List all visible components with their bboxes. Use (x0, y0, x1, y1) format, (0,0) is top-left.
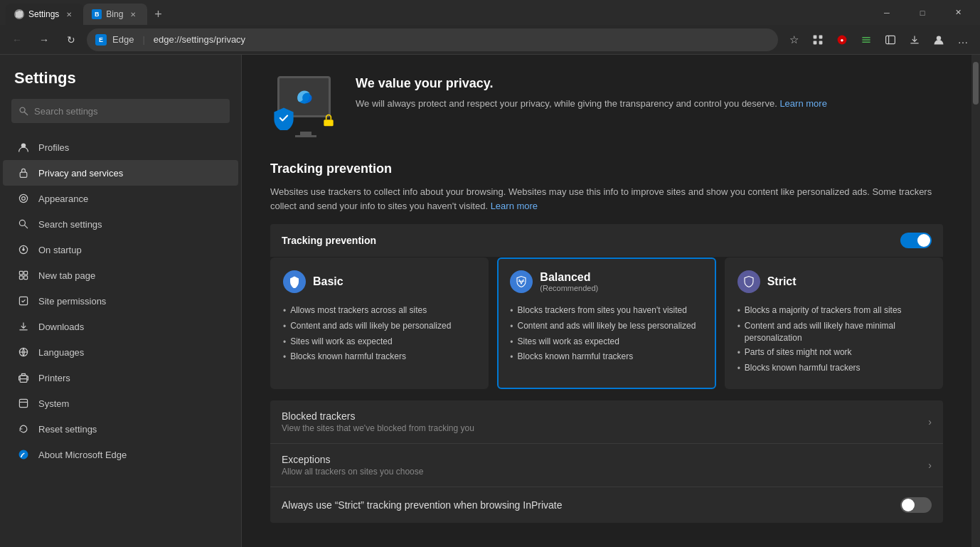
about-icon (17, 448, 30, 461)
inprivate-row[interactable]: Always use “Strict” tracking prevention … (270, 487, 943, 523)
sidebar-item-search[interactable]: Search settings (3, 211, 238, 237)
hero-title: We value your privacy. (356, 76, 827, 91)
sidebar-item-about[interactable]: About Microsoft Edge (3, 442, 238, 467)
svg-rect-1 (819, 35, 823, 38)
basic-card-icon (283, 270, 306, 293)
forward-button[interactable]: → (33, 28, 55, 51)
downloads-icon (17, 320, 30, 333)
sidebar-item-startup[interactable]: On startup (3, 237, 238, 262)
tracking-title: Tracking prevention (270, 161, 943, 176)
address-separator: | (142, 34, 144, 45)
blocked-trackers-row[interactable]: Blocked trackers View the sites that we'… (270, 400, 943, 443)
settings-tab-label: Settings (28, 9, 59, 19)
strict-card-title-group: Strict (767, 275, 797, 288)
strict-feature-4: Blocks known harmful trackers (737, 361, 930, 376)
extensions-button-1[interactable] (806, 28, 829, 51)
appearance-label: Appearance (38, 193, 88, 204)
tracking-toggle[interactable] (900, 233, 932, 248)
cards-container: Basic Allows most trackers across all si… (270, 257, 943, 389)
shield-overlay (272, 106, 296, 130)
svg-point-19 (23, 249, 24, 250)
exceptions-row[interactable]: Exceptions Allow all trackers on sites y… (270, 443, 943, 487)
printers-label: Printers (38, 373, 70, 383)
settings-tab-close[interactable]: ✕ (63, 9, 75, 20)
sidebar-item-appearance[interactable]: Appearance (3, 186, 238, 211)
privacy-hero: We value your privacy. We will always pr… (270, 76, 943, 140)
svg-rect-12 (20, 172, 27, 177)
extensions-button-2[interactable]: ● (831, 28, 853, 51)
exceptions-chevron: › (928, 460, 932, 471)
new-tab-button[interactable]: + (147, 4, 169, 25)
basic-card[interactable]: Basic Allows most trackers across all si… (270, 257, 489, 389)
window-controls: ─ □ ✕ (870, 0, 974, 25)
refresh-button[interactable]: ↻ (60, 28, 82, 51)
tab-bing[interactable]: B Bing ✕ (83, 4, 147, 25)
svg-line-16 (25, 225, 28, 228)
strict-card-header: Strict (737, 270, 930, 293)
site-label: Edge (112, 34, 134, 45)
basic-feature-2: Content and ads will likely be personali… (283, 319, 476, 334)
blocked-trackers-title: Blocked trackers (282, 410, 474, 422)
svg-rect-0 (814, 35, 817, 38)
address-bar[interactable]: E Edge | edge://settings/privacy (87, 28, 778, 51)
svg-rect-21 (24, 271, 28, 275)
about-label: About Microsoft Edge (38, 450, 127, 460)
lock-icon (321, 113, 336, 127)
svg-point-14 (22, 197, 26, 201)
scroll-track[interactable] (971, 55, 980, 547)
sidebar-toggle[interactable] (879, 28, 902, 51)
maximize-button[interactable]: □ (906, 0, 939, 25)
sidebar-item-permissions[interactable]: Site permissions (3, 288, 238, 314)
sidebar-item-profiles[interactable]: Profiles (3, 134, 238, 160)
tab-settings[interactable]: Settings ✕ (6, 4, 83, 25)
sidebar-item-downloads[interactable]: Downloads (3, 314, 238, 339)
newtab-icon (17, 269, 30, 282)
search-box[interactable]: Search settings (11, 99, 230, 123)
inprivate-toggle[interactable] (900, 497, 932, 513)
svg-rect-6 (886, 36, 895, 43)
tracking-header: Tracking prevention (270, 224, 943, 257)
blocked-trackers-chevron: › (928, 416, 932, 427)
content-area: We value your privacy. We will always pr… (242, 55, 971, 547)
sidebar-item-printers[interactable]: Printers (3, 365, 238, 391)
downloads-button[interactable] (903, 28, 926, 51)
privacy-icon (17, 166, 30, 179)
printers-icon (17, 371, 30, 384)
back-button[interactable]: ← (6, 28, 28, 51)
balanced-card[interactable]: Balanced (Recommended) Blocks trackers f… (497, 257, 715, 389)
blocked-trackers-text: Blocked trackers View the sites that we'… (282, 410, 474, 433)
sidebar-item-system[interactable]: System (3, 391, 238, 416)
close-button[interactable]: ✕ (942, 0, 974, 25)
strict-card-icon (737, 270, 760, 293)
strict-feature-3: Parts of sites might not work (737, 345, 930, 361)
balanced-feature-3: Sites will work as expected (510, 334, 703, 350)
scroll-thumb[interactable] (973, 62, 979, 105)
title-bar: Settings ✕ B Bing ✕ + ─ □ ✕ (0, 0, 980, 25)
sidebar-item-reset[interactable]: Reset settings (3, 416, 238, 442)
favorites-button[interactable]: ☆ (782, 28, 805, 51)
tracking-learn-more[interactable]: Learn more (491, 201, 538, 211)
reset-icon (17, 423, 30, 435)
toggle-knob (917, 234, 930, 247)
inprivate-toggle-knob (902, 499, 915, 511)
settings-tab-favicon (14, 9, 24, 19)
svg-text:●: ● (841, 37, 844, 43)
sidebar-item-privacy[interactable]: Privacy and services (3, 160, 238, 186)
settings-more-button[interactable]: … (952, 28, 974, 51)
bing-tab-close[interactable]: ✕ (127, 9, 139, 20)
svg-rect-23 (24, 276, 28, 280)
address-text: edge://settings/privacy (154, 34, 245, 45)
hero-learn-more[interactable]: Learn more (779, 98, 826, 109)
tracking-section: Tracking prevention Websites use tracker… (270, 161, 943, 523)
sidebar-item-newtab[interactable]: New tab page (3, 262, 238, 288)
search-label: Search settings (38, 219, 102, 230)
basic-card-title-group: Basic (313, 275, 343, 288)
nav-icons: ☆ ● … (782, 28, 974, 51)
permissions-label: Site permissions (38, 296, 106, 307)
minimize-button[interactable]: ─ (870, 0, 903, 25)
sidebar-item-languages[interactable]: Languages (3, 339, 238, 365)
tracking-header-label: Tracking prevention (282, 235, 376, 246)
strict-card[interactable]: Strict Blocks a majority of trackers fro… (725, 257, 943, 389)
collections-button[interactable] (855, 28, 878, 51)
profile-button[interactable] (927, 28, 950, 51)
